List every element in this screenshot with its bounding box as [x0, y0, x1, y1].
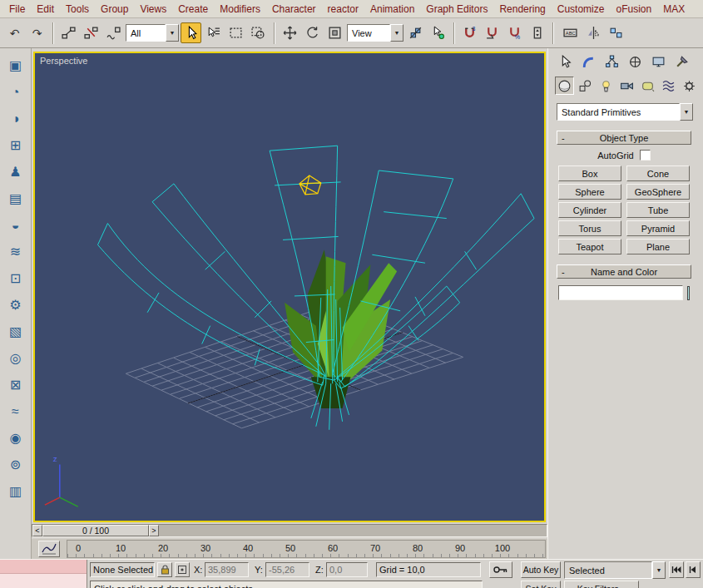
menu-tools[interactable]: Tools: [60, 2, 95, 17]
torus-button[interactable]: Torus: [558, 220, 621, 236]
reactor-tool-button[interactable]: ⊚: [4, 454, 27, 475]
window-crossing-toggle-button[interactable]: [248, 22, 269, 43]
time-slider-next-button[interactable]: >: [149, 525, 159, 536]
menu-ofusion[interactable]: oFusion: [610, 2, 657, 17]
select-and-rotate-button[interactable]: [302, 22, 323, 43]
chevron-down-icon[interactable]: ▼: [652, 561, 666, 579]
mirror-button[interactable]: [583, 22, 604, 43]
time-slider-thumb[interactable]: 0 / 100: [42, 525, 149, 536]
percent-snap-toggle-button[interactable]: %: [504, 22, 525, 43]
selection-lock-toggle-button[interactable]: [157, 562, 172, 577]
category-geometry[interactable]: [555, 77, 574, 95]
rectangular-selection-region-button[interactable]: [225, 22, 246, 43]
menu-edit[interactable]: Edit: [31, 2, 60, 17]
reactor-tool-button[interactable]: ◒: [4, 215, 27, 235]
select-and-scale-button[interactable]: [324, 22, 345, 43]
menu-graph-editors[interactable]: Graph Editors: [420, 2, 493, 17]
redo-button[interactable]: ↷: [27, 22, 47, 43]
cone-button[interactable]: Cone: [626, 166, 690, 181]
select-and-manipulate-button[interactable]: [428, 22, 448, 43]
reactor-tool-button[interactable]: ◎: [4, 348, 27, 368]
set-key-mode-button[interactable]: [489, 561, 512, 578]
macro-recorder-line[interactable]: [0, 560, 87, 574]
angle-snap-toggle-button[interactable]: [482, 22, 502, 43]
use-pivot-point-center-button[interactable]: [405, 22, 426, 43]
name-and-color-rollout-header[interactable]: - Name and Color: [557, 264, 691, 279]
sphere-button[interactable]: Sphere: [558, 184, 621, 200]
reactor-tool-button[interactable]: ⊞: [4, 135, 27, 156]
menu-views[interactable]: Views: [134, 2, 172, 17]
category-systems[interactable]: [680, 77, 699, 95]
listener-line[interactable]: [0, 574, 87, 588]
absolute-offset-mode-button[interactable]: [175, 562, 190, 577]
primitives-category-combo[interactable]: Standard Primitives ▼: [557, 103, 693, 121]
chevron-down-icon[interactable]: ▼: [680, 103, 693, 121]
tube-button[interactable]: Tube: [626, 202, 690, 218]
reactor-tool-button[interactable]: ◑: [4, 108, 27, 129]
maxscript-mini-listener[interactable]: [0, 560, 87, 588]
menu-character[interactable]: Character: [266, 2, 322, 17]
menu-maxscript[interactable]: MAX: [657, 2, 691, 17]
reactor-tool-button[interactable]: ⊠: [4, 374, 27, 395]
menu-modifiers[interactable]: Modifiers: [214, 2, 266, 17]
chevron-down-icon[interactable]: ▼: [166, 24, 179, 42]
auto-key-button[interactable]: Auto Key: [521, 561, 561, 578]
autogrid-checkbox[interactable]: [640, 150, 651, 161]
tab-create[interactable]: [555, 53, 575, 70]
menu-animation[interactable]: Animation: [364, 2, 420, 17]
viewport-label[interactable]: Perspective: [40, 56, 87, 66]
tab-display[interactable]: [648, 53, 668, 70]
box-button[interactable]: Box: [558, 166, 621, 181]
reactor-tool-button[interactable]: ◔: [4, 82, 27, 102]
select-and-move-button[interactable]: [280, 22, 300, 43]
reactor-tool-button[interactable]: ▤: [4, 188, 27, 209]
reactor-tool-button[interactable]: ♟: [4, 161, 27, 182]
unlink-selection-button[interactable]: [81, 22, 101, 43]
object-type-rollout-header[interactable]: - Object Type: [557, 131, 691, 145]
time-slider[interactable]: < 0 / 100 >: [32, 524, 547, 537]
chevron-down-icon[interactable]: ▼: [390, 24, 403, 42]
undo-button[interactable]: ↶: [4, 22, 25, 43]
selection-gizmo[interactable]: [300, 175, 321, 195]
reactor-tool-button[interactable]: ≋: [4, 241, 27, 262]
time-configuration-combo[interactable]: Selected ▼: [564, 561, 666, 579]
go-to-start-button[interactable]: [669, 561, 684, 578]
select-and-link-button[interactable]: [58, 22, 79, 43]
teapot-button[interactable]: Teapot: [558, 239, 621, 254]
perspective-viewport[interactable]: z Perspective: [33, 52, 546, 522]
edit-named-selection-sets-button[interactable]: ABC: [558, 22, 582, 43]
select-by-name-button[interactable]: [203, 22, 224, 43]
menu-reactor[interactable]: reactor: [322, 2, 364, 17]
viewport-canvas[interactable]: z: [35, 53, 544, 521]
y-coordinate-field[interactable]: -55,26: [265, 562, 309, 577]
geosphere-button[interactable]: GeoSphere: [626, 184, 690, 200]
reactor-tool-button[interactable]: ▣: [4, 55, 27, 76]
time-slider-prev-button[interactable]: <: [32, 525, 42, 536]
category-shapes[interactable]: [576, 77, 595, 95]
bind-to-space-warp-button[interactable]: [103, 22, 124, 43]
menu-create[interactable]: Create: [172, 2, 214, 17]
reactor-tool-button[interactable]: ≈: [4, 401, 27, 422]
category-lights[interactable]: [597, 77, 616, 95]
x-coordinate-field[interactable]: 35,899: [205, 562, 249, 577]
menu-customize[interactable]: Customize: [552, 2, 611, 17]
pyramid-button[interactable]: Pyramid: [626, 220, 690, 236]
open-mini-curve-editor-button[interactable]: [38, 541, 60, 557]
selection-filter-combo[interactable]: All ▼: [126, 24, 179, 42]
align-button[interactable]: [606, 22, 626, 43]
tab-utilities[interactable]: [671, 53, 691, 70]
object-color-swatch[interactable]: [687, 286, 690, 300]
spinner-snap-toggle-button[interactable]: [527, 22, 547, 43]
object-name-input[interactable]: [558, 285, 683, 300]
category-cameras[interactable]: [617, 77, 636, 95]
category-helpers[interactable]: [638, 77, 657, 95]
z-coordinate-field[interactable]: 0,0: [326, 562, 368, 577]
menu-group[interactable]: Group: [95, 2, 134, 17]
snap-toggle-3d-button[interactable]: 3: [459, 22, 480, 43]
menu-file[interactable]: File: [3, 2, 31, 17]
reference-coordinate-system-combo[interactable]: View ▼: [347, 24, 403, 42]
tab-hierarchy[interactable]: [602, 53, 621, 70]
reactor-tool-button[interactable]: ⚙: [4, 294, 27, 315]
tab-motion[interactable]: [625, 53, 645, 70]
menu-rendering[interactable]: Rendering: [493, 2, 551, 17]
